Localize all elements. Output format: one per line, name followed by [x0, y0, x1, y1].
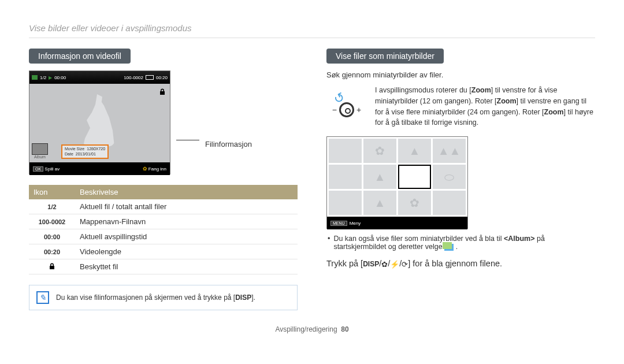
disp-label: DISP — [235, 294, 251, 302]
file-counter: 1/2 — [40, 75, 46, 80]
thumb-cell — [329, 165, 362, 189]
info-size-value: 1280X720 — [87, 147, 105, 151]
desc-cell: Videolengde — [75, 244, 298, 259]
note-box: ✎ Du kan vise filinformasjonen på skjerm… — [29, 285, 298, 310]
thumbnail-bottombar: MENU Meny — [327, 217, 467, 229]
section-heading-left: Informasjon om videofil — [29, 49, 131, 64]
icon-cell — [29, 259, 75, 274]
footer-section: Avspilling/redigering — [275, 325, 337, 333]
info-date-label: Date — [65, 152, 73, 157]
bullet-note: • Du kan også vise filer som miniatyrbil… — [326, 235, 595, 251]
thumb-cell — [433, 191, 466, 215]
icon-cell: 00:20 — [29, 244, 75, 259]
timer-icon: ⟳ — [402, 260, 408, 269]
desc-cell: Aktuell avspillingstid — [75, 229, 298, 244]
leader-line — [176, 140, 199, 140]
desc-cell: Mappenavn-Filnavn — [75, 214, 298, 229]
album-label: Album — [34, 155, 46, 159]
plus-label: + — [356, 105, 361, 114]
info-size-label: Movie Size — [65, 147, 84, 151]
ok-button: OK — [33, 166, 43, 172]
bullet-text: Du kan også vise filer som miniatyrbilde… — [333, 235, 595, 251]
intro-text: Søk gjennom miniatyrbilder av filer. — [326, 70, 595, 79]
menu-label: Meny — [350, 221, 361, 226]
desc-cell: Beskyttet fil — [75, 259, 298, 274]
page-title: Vise bilder eller videoer i avspillingsm… — [29, 23, 595, 33]
table-row: 00:00Aktuell avspillingstid — [29, 229, 298, 244]
video-topbar: 1/2 ▶ 00:00 100-0002 00:20 — [29, 71, 170, 84]
icon-description-table: Ikon Beskrivelse 1/2Aktuell fil / totalt… — [29, 185, 298, 274]
play-status-icon — [32, 75, 38, 80]
thumb-cell: ▲ — [363, 165, 396, 189]
section-heading-right: Vise filer som miniatyrbilder — [326, 49, 444, 64]
info-date-value: 2013/01/01 — [76, 152, 96, 157]
thumb-cell — [329, 191, 362, 215]
zoom-wheel-icon — [339, 102, 354, 117]
info-icon: ✎ — [36, 291, 49, 304]
dancer-silhouette — [81, 94, 116, 146]
right-column: Vise filer som miniatyrbilder Søk gjenno… — [326, 49, 595, 310]
menu-button: MENU — [330, 221, 347, 226]
zoom-text: I avspillingsmodus roterer du [Zoom] til… — [375, 85, 595, 128]
disp-label: DISP — [363, 260, 379, 268]
table-row: 1/2Aktuell fil / totalt antall filer — [29, 199, 298, 214]
flower-icon: ✿ — [381, 260, 388, 269]
lock-icon — [159, 87, 166, 94]
lock-icon — [49, 263, 55, 270]
table-row: Beskyttet fil — [29, 259, 298, 274]
thumb-cell: ⬭ — [433, 165, 466, 189]
table-head-desc: Beskrivelse — [75, 185, 298, 199]
left-column: Informasjon om videofil 1/2 ▶ 00:00 100-… — [29, 49, 298, 310]
folder-file: 100-0002 — [124, 75, 143, 80]
footer-page-number: 80 — [341, 325, 348, 333]
video-bottombar: OK Spill av ✿ Fang inn — [29, 162, 170, 175]
video-screenshot: 1/2 ▶ 00:00 100-0002 00:20 — [29, 70, 170, 174]
thumb-cell-selected — [398, 165, 431, 189]
fileinfo-callout: Filinformasjon — [205, 140, 252, 148]
icon-cell: 00:00 — [29, 229, 75, 244]
page-footer: Avspilling/redigering 80 — [29, 325, 595, 333]
thumb-cell — [329, 139, 362, 163]
note-text: Du kan vise filinformasjonen på skjermen… — [56, 294, 255, 302]
album-multi-icon — [444, 244, 454, 251]
divider — [29, 38, 595, 38]
play-label: Spill av — [44, 166, 60, 172]
thumb-cell: ✿ — [363, 139, 396, 163]
navigation-instruction: Trykk på [DISP/✿/⚡/⟳] for å bla gjennom … — [326, 259, 595, 269]
icon-cell: 100-0002 — [29, 214, 75, 229]
table-row: 100-0002Mappenavn-Filnavn — [29, 214, 298, 229]
battery-icon — [146, 75, 154, 80]
video-frame: Album Movie Size1280X720 Date2013/01/01 — [29, 84, 170, 162]
table-row: 00:20Videolengde — [29, 244, 298, 259]
zoom-instruction: ↺ − + I avspillingsmodus roterer du [Zoo… — [326, 85, 595, 128]
album-thumb: Album — [32, 143, 48, 159]
file-info-popup: Movie Size1280X720 Date2013/01/01 — [61, 144, 109, 159]
thumbnail-screenshot: ✿ ▲ ▲▲ ▲ ⬭ ▲ ✿ MENU Meny — [326, 136, 468, 229]
flower-icon: ✿ — [143, 166, 147, 172]
icon-cell: 1/2 — [29, 199, 75, 214]
zoom-graphic: ↺ − + — [326, 85, 367, 117]
duration: 00:20 — [156, 75, 168, 80]
flash-icon: ⚡ — [390, 260, 399, 269]
thumb-cell: ✿ — [398, 191, 431, 215]
desc-cell: Aktuell fil / totalt antall filer — [75, 199, 298, 214]
playtime: 00:00 — [54, 75, 66, 80]
capture-label: Fang inn — [148, 166, 166, 172]
thumb-cell: ▲▲ — [433, 139, 466, 163]
zoom-dial: − + — [326, 102, 367, 117]
minus-label: − — [332, 105, 337, 114]
bullet-icon: • — [328, 235, 330, 251]
thumbnail-grid: ✿ ▲ ▲▲ ▲ ⬭ ▲ ✿ — [327, 137, 467, 217]
table-head-icon: Ikon — [29, 185, 75, 199]
thumb-cell: ▲ — [363, 191, 396, 215]
thumb-cell: ▲ — [398, 139, 431, 163]
